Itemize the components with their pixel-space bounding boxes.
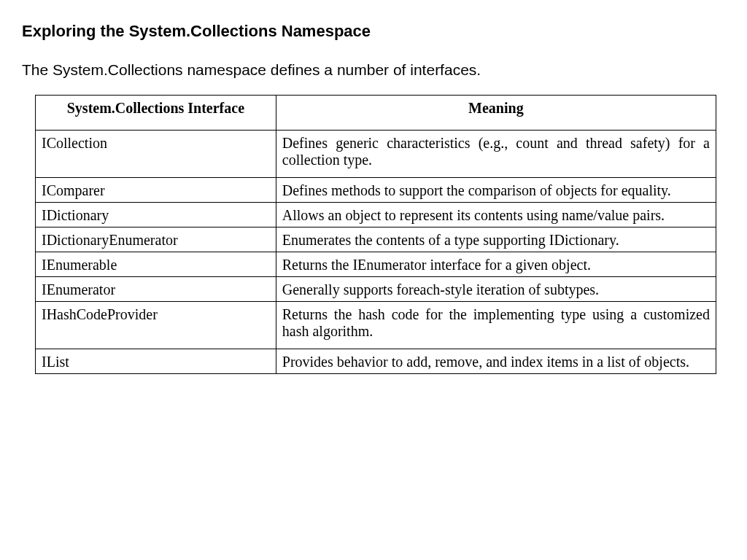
interface-cell: IEnumerable bbox=[36, 252, 276, 277]
meaning-cell: Returns the IEnumerator interface for a … bbox=[276, 252, 716, 277]
meaning-cell: Returns the hash code for the implementi… bbox=[276, 302, 716, 349]
table-row: IComparer Defines methods to support the… bbox=[36, 178, 716, 203]
table-row: IDictionaryEnumerator Enumerates the con… bbox=[36, 228, 716, 252]
meaning-cell: Allows an object to represent its conten… bbox=[276, 203, 716, 228]
interface-cell: IList bbox=[36, 349, 276, 374]
table-row: IEnumerator Generally supports foreach-s… bbox=[36, 277, 716, 302]
interface-cell: IDictionary bbox=[36, 203, 276, 228]
interface-cell: IHashCodeProvider bbox=[36, 302, 276, 349]
interface-cell: IComparer bbox=[36, 178, 276, 203]
table-row: IHashCodeProvider Returns the hash code … bbox=[36, 302, 716, 349]
intro-text: The System.Collections namespace defines… bbox=[22, 61, 725, 79]
meaning-cell: Defines generic characteristics (e.g., c… bbox=[276, 131, 716, 178]
meaning-cell: Enumerates the contents of a type suppor… bbox=[276, 228, 716, 252]
table-header-row: System.Collections Interface Meaning bbox=[36, 96, 716, 131]
table-row: IEnumerable Returns the IEnumerator inte… bbox=[36, 252, 716, 277]
header-meaning: Meaning bbox=[276, 96, 716, 131]
interface-cell: IDictionaryEnumerator bbox=[36, 228, 276, 252]
interfaces-table: System.Collections Interface Meaning ICo… bbox=[35, 95, 716, 374]
table-row: IDictionary Allows an object to represen… bbox=[36, 203, 716, 228]
table-row: ICollection Defines generic characterist… bbox=[36, 131, 716, 178]
table-row: IList Provides behavior to add, remove, … bbox=[36, 349, 716, 374]
interface-cell: IEnumerator bbox=[36, 277, 276, 302]
interface-cell: ICollection bbox=[36, 131, 276, 178]
header-interface: System.Collections Interface bbox=[36, 96, 276, 131]
meaning-cell: Generally supports foreach-style iterati… bbox=[276, 277, 716, 302]
page-title: Exploring the System.Collections Namespa… bbox=[22, 22, 725, 41]
meaning-cell: Defines methods to support the compariso… bbox=[276, 178, 716, 203]
meaning-cell: Provides behavior to add, remove, and in… bbox=[276, 349, 716, 374]
